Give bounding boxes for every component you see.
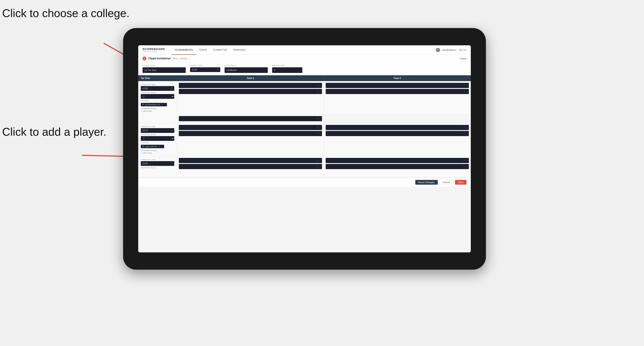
slot-x-btn[interactable]: ✕ xyxy=(316,118,318,120)
group-size-label: Group Size xyxy=(272,64,302,67)
nav-right: blair@clippd.io Sign out xyxy=(436,48,466,52)
slot-expand-btn[interactable]: ⌄ xyxy=(466,90,468,93)
player-slot[interactable]: ✕ ⌄ xyxy=(326,158,469,163)
remove-group-link-1[interactable]: ⟲ Remove Group xyxy=(141,107,174,110)
reset-button[interactable]: Reset Changes xyxy=(415,180,438,185)
brand-sub: Powered by clippd xyxy=(142,51,165,53)
player-slot[interactable]: ✕ ⌄ xyxy=(326,131,469,136)
form-row: Start Type 1st Tee Start Shotgun Start S… xyxy=(138,62,471,75)
player-slot[interactable]: ✕ ⌄ xyxy=(179,116,322,121)
back-link[interactable]: < Back xyxy=(459,57,466,60)
table-row: STARTING TIME: 10:10⏱ STARTING HOLE: 1 1… xyxy=(138,123,471,156)
nav-link-committee[interactable]: COMMITTEE xyxy=(210,45,230,55)
save-button[interactable]: Save xyxy=(455,180,466,185)
slot-expand-btn[interactable]: ⌄ xyxy=(319,160,321,162)
starting-hole-label-1: STARTING HOLE: xyxy=(141,92,174,94)
col-tee-time: Tee Time xyxy=(138,75,177,81)
annotation-choose-college: Click to choose a college. xyxy=(2,6,130,20)
course-tag-2[interactable]: 🌐 East Lake GC ✕ ⌄ xyxy=(141,145,164,148)
starting-hole-label-2: STARTING HOLE: xyxy=(141,134,174,136)
slot-x-btn[interactable]: ✕ xyxy=(463,133,465,135)
slot-x-btn[interactable]: ✕ xyxy=(316,133,318,135)
player-slot[interactable]: ✕ ⌄ xyxy=(179,164,322,169)
slot-expand-btn[interactable]: ⌄ xyxy=(466,160,468,162)
slot-expand-btn[interactable]: ⌄ xyxy=(466,166,468,168)
annotation-bottom-text: Click to add a player. xyxy=(2,126,106,138)
add-group-link-2[interactable]: + Add Group xyxy=(141,152,174,154)
course-tag-1[interactable]: ⚑ (A) Peachtree GC ✕ ⌄ xyxy=(141,103,167,106)
team1-col-3: ✕ ⌄ ✕ ⌄ xyxy=(177,156,324,177)
starting-time-label-2: STARTING TIME: xyxy=(141,126,174,128)
course-remove-2[interactable]: ✕ xyxy=(158,145,160,148)
col-team1: Team 1 xyxy=(177,75,324,81)
slot-x-btn[interactable]: ✕ xyxy=(463,126,465,129)
tablet-screen: SCOREBOARD Powered by clippd TOURNAMENTS… xyxy=(138,45,471,252)
team1-course-1: ✕ ⌄ xyxy=(177,114,324,123)
slot-x-btn[interactable]: ✕ xyxy=(463,90,465,93)
slot-expand-btn[interactable]: ⌄ xyxy=(319,126,321,129)
player-slot[interactable]: ✕ ⌄ xyxy=(326,89,469,94)
slot-x-btn[interactable]: ✕ xyxy=(463,166,465,168)
player-slot[interactable]: ✕ ⌄ xyxy=(179,125,322,130)
course-label-1: COURSE: xyxy=(141,100,174,102)
slot-x-btn[interactable]: ✕ xyxy=(316,90,318,93)
tee-info-3: STARTING TIME: 10:20⏱ STARTING HOLE: xyxy=(138,156,177,177)
slot-expand-btn[interactable]: ⌄ xyxy=(319,118,321,120)
start-time-group: Start Time 10:00 ⏱ xyxy=(190,64,220,73)
team2-col-3: ✕ ⌄ ✕ ⌄ xyxy=(324,156,471,177)
add-group-link-1[interactable]: + Add Group xyxy=(141,110,174,112)
player-slot[interactable]: ✕ ⌄ xyxy=(326,164,469,169)
player-slot[interactable]: ✕ ⌄ xyxy=(179,131,322,136)
slot-x-btn[interactable]: ✕ xyxy=(316,160,318,162)
player-slot[interactable]: ✕ ⌄ xyxy=(179,83,322,88)
nav-link-tournaments[interactable]: TOURNAMENTS xyxy=(172,45,196,55)
player-slot[interactable]: ✕ ⌄ xyxy=(179,89,322,94)
team1-col-2: ✕ ⌄ ✕ ⌄ xyxy=(177,123,324,156)
slot-expand-btn[interactable]: ⌄ xyxy=(319,90,321,93)
player-slot[interactable]: ✕ ⌄ xyxy=(179,158,322,163)
slot-expand-btn[interactable]: ⌄ xyxy=(466,133,468,135)
group-size-select[interactable]: 3 4 2 xyxy=(272,67,302,73)
start-time-label: Start Time xyxy=(190,64,220,67)
intervals-select[interactable]: 10 Minutes 8 Minutes 12 Minutes xyxy=(224,67,268,73)
brand-title: SCOREBOARD xyxy=(142,47,165,51)
tee-info-1b xyxy=(138,114,177,123)
table-row: STARTING TIME: 10:00⏱ STARTING HOLE: 1 1… xyxy=(138,81,471,114)
sign-out-link[interactable]: Sign out xyxy=(458,49,466,51)
starting-time-label-3: STARTING TIME: xyxy=(141,159,174,161)
starting-time-value-3[interactable]: 10:20⏱ xyxy=(141,161,174,166)
slot-x-btn[interactable]: ✕ xyxy=(316,84,318,86)
annotation-top-text: Click to choose a college. xyxy=(2,7,130,19)
app-footer: Reset Changes Cancel Save xyxy=(138,178,471,186)
player-slot[interactable]: ✕ ⌄ xyxy=(326,125,469,130)
nav-links: TOURNAMENTS TEAMS COMMITTEE RANKINGS xyxy=(172,45,436,55)
starting-time-value-1[interactable]: 10:00⏱ xyxy=(141,86,174,91)
nav-link-teams[interactable]: TEAMS xyxy=(196,45,210,55)
slot-x-btn[interactable]: ✕ xyxy=(463,160,465,162)
starting-hole-select-2[interactable]: 1 10 xyxy=(141,136,174,141)
starting-time-value-2[interactable]: 10:10⏱ xyxy=(141,128,174,133)
avatar xyxy=(436,48,440,52)
player-slot[interactable]: ✕ ⌄ xyxy=(326,83,469,88)
sub-header: C Clippd Invitational (Men) Hosting < Ba… xyxy=(138,55,471,62)
cancel-button[interactable]: Cancel xyxy=(440,180,453,185)
slot-expand-btn[interactable]: ⌄ xyxy=(466,126,468,129)
tournament-title: Clippd Invitational xyxy=(148,57,170,60)
slot-expand-btn[interactable]: ⌄ xyxy=(319,133,321,135)
starting-hole-select-1[interactable]: 1 10 xyxy=(141,94,174,99)
slot-x-btn[interactable]: ✕ xyxy=(316,166,318,168)
slot-x-btn[interactable]: ✕ xyxy=(463,84,465,86)
starting-time-label-1: STARTING TIME: xyxy=(141,84,174,86)
slot-expand-btn[interactable]: ⌄ xyxy=(466,84,468,86)
slot-expand-btn[interactable]: ⌄ xyxy=(319,166,321,168)
start-type-select[interactable]: 1st Tee Start Shotgun Start xyxy=(142,67,186,73)
remove-group-link-2[interactable]: ⟲ Remove Group xyxy=(141,149,174,152)
nav-link-rankings[interactable]: RANKINGS xyxy=(230,45,249,55)
course-remove-1[interactable]: ✕ xyxy=(161,104,163,106)
team2-col-1: ✕ ⌄ ✕ ⌄ xyxy=(324,81,471,114)
col-team2: Team 2 xyxy=(324,75,471,81)
start-type-label: Start Type xyxy=(142,64,186,67)
slot-x-btn[interactable]: ✕ xyxy=(316,126,318,129)
start-type-group: Start Type 1st Tee Start Shotgun Start xyxy=(142,64,186,73)
slot-expand-btn[interactable]: ⌄ xyxy=(319,84,321,86)
